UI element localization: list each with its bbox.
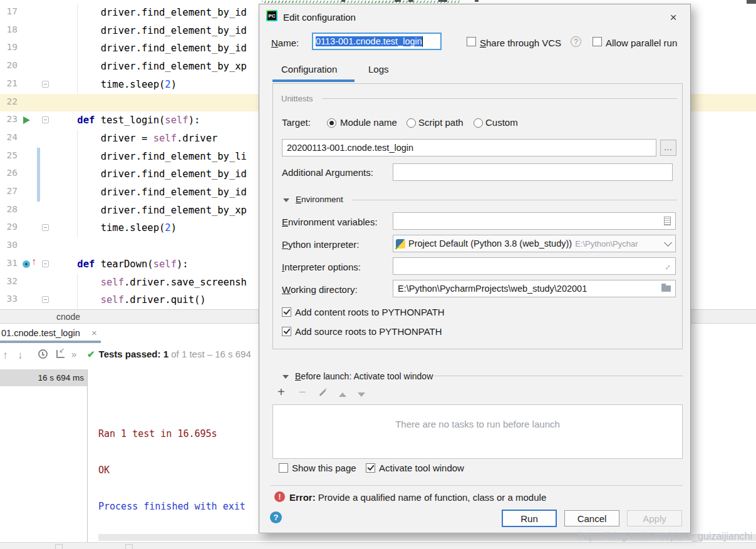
more-actions-icon[interactable]: » bbox=[71, 349, 76, 359]
error-message: Error: Provide a qualified name of funct… bbox=[289, 492, 546, 503]
close-tab-icon[interactable]: × bbox=[91, 327, 97, 338]
name-input-selected-text: 0113-001.cnode.test_login bbox=[316, 36, 422, 46]
module-name-input[interactable]: 20200113-001.cnode.test_login bbox=[282, 139, 656, 156]
status-bar-icon[interactable] bbox=[125, 544, 133, 549]
import-test-results-icon[interactable] bbox=[56, 350, 65, 358]
error-icon: ! bbox=[274, 491, 285, 502]
add-source-roots-checkbox[interactable] bbox=[282, 327, 291, 336]
environment-variables-input[interactable] bbox=[393, 212, 676, 230]
tree-console-divider[interactable] bbox=[87, 369, 88, 542]
additional-arguments-label: Additional Arguments: bbox=[282, 167, 373, 178]
target-custom-label[interactable]: Custom bbox=[485, 117, 518, 128]
apply-button[interactable]: Apply bbox=[627, 510, 682, 526]
test-duration: 16 s 694 ms bbox=[38, 373, 84, 382]
dropdown-chevron-icon[interactable] bbox=[664, 239, 672, 247]
line-number: 28 bbox=[0, 204, 18, 214]
environment-section-label[interactable]: Environment bbox=[296, 195, 343, 204]
collapse-before-launch-icon[interactable] bbox=[282, 375, 289, 379]
target-script-path-radio[interactable] bbox=[406, 118, 416, 128]
show-this-page-checkbox[interactable] bbox=[279, 463, 288, 473]
add-source-roots-label: Add source roots to PYTHONPATH bbox=[295, 326, 442, 337]
add-task-icon[interactable]: + bbox=[277, 385, 285, 399]
allow-parallel-run-checkbox[interactable] bbox=[593, 37, 602, 46]
run-test-icon[interactable] bbox=[23, 116, 30, 124]
collapse-environment-icon[interactable] bbox=[283, 198, 289, 202]
move-task-up-icon[interactable] bbox=[339, 393, 346, 397]
test-status: ✔Tests passed: 1 of 1 test – 16 s 694 bbox=[87, 349, 251, 360]
browse-button[interactable]: ... bbox=[660, 140, 676, 156]
code-text: self.driver.save_screensh bbox=[54, 274, 247, 292]
override-method-icon[interactable] bbox=[23, 260, 30, 268]
show-this-page-label: Show this page bbox=[292, 463, 356, 473]
before-launch-task-list[interactable]: There are no tasks to run before launch bbox=[272, 404, 683, 459]
add-content-roots-label: Add content roots to PYTHONPATH bbox=[295, 307, 445, 317]
working-directory-input[interactable]: E:\Python\PycharmProjects\web_study\2020… bbox=[393, 280, 676, 297]
additional-arguments-input[interactable] bbox=[393, 163, 673, 181]
line-number: 21 bbox=[0, 78, 18, 88]
edit-task-icon[interactable] bbox=[319, 389, 326, 396]
activate-tool-window-label: Activate tool window bbox=[379, 463, 464, 473]
line-number: 20 bbox=[0, 60, 18, 70]
test-tree-root-row[interactable]: 16 s 694 ms bbox=[0, 369, 87, 386]
active-tab-underline bbox=[272, 80, 355, 82]
code-text: time.sleep(2) bbox=[54, 76, 177, 94]
target-script-path-label[interactable]: Script path bbox=[418, 117, 463, 128]
target-custom-radio[interactable] bbox=[474, 118, 483, 128]
change-marker bbox=[37, 183, 40, 202]
remove-task-icon[interactable]: − bbox=[299, 385, 306, 399]
share-through-vcs-label: Share through VCS bbox=[480, 38, 561, 48]
error-label: Error: bbox=[289, 492, 316, 503]
share-through-vcs-checkbox[interactable] bbox=[467, 37, 476, 46]
code-text: driver = self.driver bbox=[54, 130, 217, 148]
activate-tool-window-checkbox[interactable] bbox=[366, 463, 375, 473]
folder-browse-icon[interactable] bbox=[661, 285, 671, 292]
test-history-icon[interactable] bbox=[38, 349, 48, 359]
status-bar bbox=[0, 542, 756, 549]
code-text: driver.find_element_by_xp bbox=[54, 202, 247, 220]
line-number: 29 bbox=[0, 222, 18, 232]
fold-marker-icon[interactable] bbox=[42, 81, 49, 88]
unittests-section-label: Unittests bbox=[281, 94, 313, 103]
run-tab-label[interactable]: 01.cnode.test_login bbox=[1, 328, 80, 338]
name-input[interactable]: 0113-001.cnode.test_login bbox=[312, 33, 442, 50]
previous-failed-test-icon[interactable]: ↑ bbox=[3, 349, 8, 362]
python-icon bbox=[396, 239, 405, 249]
python-interpreter-combo[interactable]: Project Default (Python 3.8 (web_study))… bbox=[393, 235, 676, 252]
code-text: driver.find_element_by_id bbox=[54, 22, 247, 40]
edit-env-vars-icon[interactable] bbox=[664, 217, 671, 225]
allow-parallel-run-label: Allow parallel run bbox=[606, 38, 677, 48]
tab-logs[interactable]: Logs bbox=[368, 64, 389, 74]
next-failed-test-icon[interactable]: ↓ bbox=[18, 349, 23, 362]
fold-marker-icon[interactable] bbox=[42, 260, 49, 267]
run-button[interactable]: Run bbox=[502, 510, 557, 527]
code-text: def test_login(self): bbox=[54, 111, 200, 130]
fold-marker-icon[interactable] bbox=[42, 296, 49, 303]
line-number: 18 bbox=[0, 24, 18, 34]
status-bar-icon[interactable] bbox=[55, 544, 63, 549]
line-number: 23 bbox=[0, 114, 18, 124]
line-number: 26 bbox=[0, 168, 18, 178]
expand-field-icon[interactable]: ↔ bbox=[661, 260, 673, 272]
working-directory-label: Working directory: bbox=[282, 284, 358, 295]
add-content-roots-checkbox[interactable] bbox=[282, 307, 291, 317]
close-dialog-icon[interactable]: × bbox=[665, 9, 681, 26]
cancel-button[interactable]: Cancel bbox=[564, 510, 619, 526]
move-task-down-icon[interactable] bbox=[358, 393, 365, 397]
fold-marker-icon[interactable] bbox=[42, 116, 49, 123]
override-arrow-icon[interactable]: ↑ bbox=[31, 256, 36, 267]
target-module-name-radio[interactable] bbox=[327, 118, 336, 128]
line-number: 19 bbox=[0, 42, 18, 52]
target-module-name-label[interactable]: Module name bbox=[340, 117, 397, 128]
fold-marker-icon[interactable] bbox=[42, 224, 49, 231]
pycharm-window: 17 driver.find_element_by_id18 driver.fi… bbox=[0, 0, 756, 549]
breadcrumb[interactable]: cnode bbox=[56, 312, 80, 322]
interpreter-options-input[interactable]: ↔ bbox=[393, 257, 676, 275]
line-number: 24 bbox=[0, 132, 18, 142]
help-icon[interactable]: ? bbox=[270, 511, 282, 523]
line-number: 31 bbox=[0, 258, 18, 268]
run-tab-underline bbox=[0, 341, 101, 343]
line-number: 25 bbox=[0, 150, 18, 160]
tab-configuration[interactable]: Configuration bbox=[281, 64, 337, 74]
vcs-help-icon[interactable]: ? bbox=[571, 36, 581, 47]
code-text: driver.find_element_by_xp bbox=[54, 58, 247, 76]
